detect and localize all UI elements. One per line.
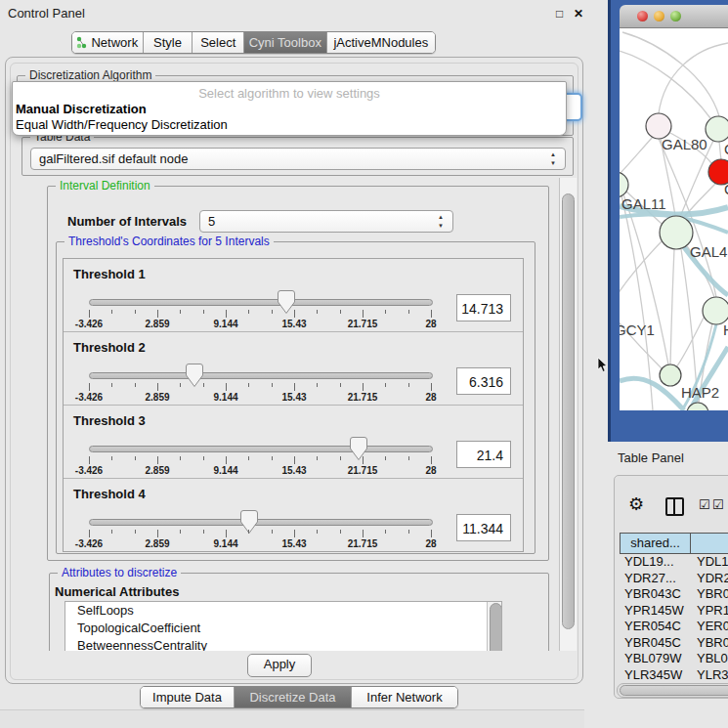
table-data-combobox[interactable]: galFiltered.sif default node ▲▼ bbox=[30, 148, 566, 170]
slider-tick-label: 28 bbox=[425, 538, 436, 549]
slider-tick bbox=[248, 456, 249, 460]
slider-track[interactable] bbox=[89, 519, 433, 526]
cell-shared-name[interactable]: YBR045C bbox=[620, 635, 691, 650]
threshold-label: Threshold 3 bbox=[73, 413, 146, 428]
cell-name[interactable]: YDL1 bbox=[691, 554, 728, 569]
settings-scrollbar[interactable] bbox=[559, 178, 577, 651]
slider-thumb[interactable] bbox=[185, 363, 204, 389]
network-window-titlebar[interactable] bbox=[620, 5, 728, 28]
close-traffic-light[interactable] bbox=[637, 11, 648, 21]
cell-name[interactable]: YBR0 bbox=[691, 635, 728, 650]
cell-shared-name[interactable]: YPR145W bbox=[620, 603, 691, 618]
table-row[interactable]: YLR345WYLR3 bbox=[620, 667, 728, 684]
threshold-slider[interactable]: -3.4262.8599.14415.4321.71528 bbox=[89, 291, 431, 330]
cell-shared-name[interactable]: YBR043C bbox=[620, 586, 691, 601]
threshold-value-field[interactable]: 11.344 bbox=[456, 514, 511, 541]
table-row[interactable]: YBR043CYBR0 bbox=[620, 586, 728, 603]
column-header-shared-name[interactable]: shared... bbox=[620, 533, 691, 554]
table-row[interactable]: YBL079WYBL0 bbox=[620, 651, 728, 667]
number-of-intervals-combobox[interactable]: 5 ▲▼ bbox=[199, 210, 453, 233]
threshold-value-field[interactable]: 21.4 bbox=[456, 441, 511, 468]
slider-tick-label: 21.715 bbox=[348, 465, 378, 476]
algorithm-option-manual[interactable]: Manual Discretization bbox=[13, 101, 566, 116]
slider-thumb[interactable] bbox=[349, 436, 368, 462]
network-node[interactable] bbox=[687, 403, 708, 410]
cell-shared-name[interactable]: YDR27... bbox=[620, 571, 691, 585]
split-columns-icon[interactable] bbox=[665, 497, 684, 516]
cell-shared-name[interactable]: YER054C bbox=[620, 619, 691, 633]
attributes-scrollbar[interactable] bbox=[487, 602, 501, 651]
network-node[interactable] bbox=[703, 297, 728, 324]
network-node-label: HAP2 bbox=[681, 384, 719, 401]
algorithm-option-equal-width[interactable]: Equal Width/Frequency Discretization bbox=[13, 116, 566, 132]
network-graph[interactable]: GAL80GCGAL11GAL4GCY1HHAP2 bbox=[620, 28, 728, 410]
cell-shared-name[interactable]: YLR345W bbox=[620, 667, 691, 682]
slider-track[interactable] bbox=[89, 446, 433, 452]
threshold-slider[interactable]: -3.4262.8599.14415.4321.71528 bbox=[89, 511, 431, 550]
threshold-slider[interactable]: -3.4262.8599.14415.4321.71528 bbox=[89, 438, 431, 477]
gear-icon[interactable]: ⚙ bbox=[628, 493, 644, 515]
tab-network[interactable]: Network bbox=[72, 32, 144, 53]
table-horizontal-scrollbar[interactable] bbox=[617, 683, 728, 698]
cell-name[interactable]: YER0 bbox=[691, 619, 728, 633]
network-node[interactable] bbox=[660, 364, 681, 386]
table-row[interactable]: YDL19...YDL1 bbox=[620, 554, 728, 571]
threshold-value-field[interactable]: 14.713 bbox=[456, 294, 511, 321]
cell-name[interactable]: YDR2 bbox=[691, 571, 728, 585]
tab-discretize-data[interactable]: Discretize Data bbox=[235, 687, 352, 707]
minimize-traffic-light[interactable] bbox=[654, 11, 664, 21]
threshold-value-field[interactable]: 6.316 bbox=[456, 367, 511, 395]
threshold-slider[interactable]: -3.4262.8599.14415.4321.71528 bbox=[89, 364, 431, 404]
network-node[interactable] bbox=[706, 116, 728, 142]
cell-shared-name[interactable]: YBL079W bbox=[620, 651, 691, 665]
tab-jactivemnodules[interactable]: jActiveMNodules bbox=[327, 32, 435, 53]
close-icon[interactable]: ✕ bbox=[574, 7, 583, 21]
network-node[interactable] bbox=[620, 172, 628, 197]
slider-tick bbox=[89, 310, 90, 318]
tab-infer-network[interactable]: Infer Network bbox=[352, 687, 457, 707]
attribute-item[interactable]: TopologicalCoefficient bbox=[65, 620, 501, 637]
checkbox-icon[interactable]: ☑ bbox=[712, 497, 724, 512]
zoom-traffic-light[interactable] bbox=[670, 11, 681, 21]
number-of-intervals-value: 5 bbox=[208, 214, 215, 229]
table-row[interactable]: YDR27...YDR2 bbox=[620, 571, 728, 587]
table-row[interactable]: YPR145WYPR1 bbox=[620, 603, 728, 620]
column-header-name[interactable]: n bbox=[691, 533, 728, 554]
slider-tick-label: -3.426 bbox=[75, 392, 103, 403]
table-hscrollbar-thumb[interactable] bbox=[620, 685, 728, 696]
tab-impute-data[interactable]: Impute Data bbox=[141, 687, 235, 707]
attribute-item[interactable]: SelfLoops bbox=[65, 602, 501, 620]
slider-tick bbox=[363, 383, 364, 391]
float-window-icon[interactable]: □ bbox=[556, 7, 563, 21]
numerical-attributes-list[interactable]: SelfLoopsTopologicalCoefficientBetweenne… bbox=[64, 601, 502, 651]
cell-name[interactable]: YBL0 bbox=[691, 651, 728, 665]
slider-track[interactable] bbox=[89, 372, 433, 379]
algorithm-placeholder-option[interactable]: Select algorithm to view settings bbox=[13, 82, 566, 101]
slider-track[interactable] bbox=[89, 299, 433, 306]
network-canvas[interactable]: GAL80GCGAL11GAL4GCY1HHAP2 bbox=[620, 28, 728, 410]
tab-cyni-toolbox[interactable]: Cyni Toolbox bbox=[244, 32, 327, 53]
checkbox-icon[interactable]: ☑ bbox=[699, 497, 710, 512]
attributes-scrollbar-thumb[interactable] bbox=[490, 603, 502, 651]
attribute-item[interactable]: BetweennessCentrality bbox=[65, 637, 501, 651]
slider-tick bbox=[157, 456, 158, 464]
tab-style[interactable]: Style bbox=[144, 32, 193, 53]
slider-thumb[interactable] bbox=[239, 509, 259, 535]
slider-tick bbox=[385, 383, 386, 387]
slider-tick-label: -3.426 bbox=[75, 538, 103, 549]
tab-select[interactable]: Select bbox=[193, 32, 244, 53]
cell-name[interactable]: YLR3 bbox=[691, 667, 728, 682]
settings-scrollbar-thumb[interactable] bbox=[562, 193, 575, 629]
slider-tick bbox=[317, 530, 318, 534]
table-row[interactable]: YBR045CYBR0 bbox=[620, 635, 728, 652]
apply-button[interactable]: Apply bbox=[247, 654, 312, 677]
slider-tick bbox=[111, 456, 112, 460]
cell-name[interactable]: YBR0 bbox=[691, 586, 728, 601]
slider-tick bbox=[294, 530, 295, 537]
cell-name[interactable]: YPR1 bbox=[691, 603, 728, 618]
cell-shared-name[interactable]: YDL19... bbox=[620, 554, 691, 569]
control-panel-title: Control Panel bbox=[8, 6, 85, 21]
network-node[interactable] bbox=[660, 216, 693, 249]
table-row[interactable]: YER054CYER0 bbox=[620, 619, 728, 635]
screen: { "colors": { "group_label_green": "#1db… bbox=[0, 0, 728, 728]
